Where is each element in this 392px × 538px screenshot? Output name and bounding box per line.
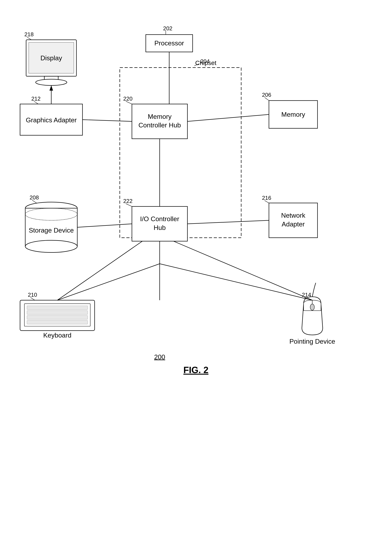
mch-ref-label: 220 bbox=[123, 95, 133, 102]
keyboard-ref-label: 210 bbox=[28, 292, 37, 298]
display-stand-base bbox=[36, 79, 67, 86]
graphics-label: Graphics Adapter bbox=[26, 116, 77, 124]
mch-to-mem-line bbox=[187, 114, 269, 121]
ioc-to-pointing-line bbox=[173, 241, 312, 300]
figure-number: FIG. 2 bbox=[183, 365, 208, 375]
memory-ref-label: 206 bbox=[262, 92, 271, 98]
system-ref: 200 bbox=[154, 353, 165, 361]
mch-label-line1: Memory bbox=[148, 113, 172, 120]
pointing-label: Pointing Device bbox=[289, 338, 335, 345]
storage-ref-label: 208 bbox=[30, 194, 39, 201]
network-label-line2: Adapter bbox=[282, 220, 305, 228]
ioc-ref-label: 222 bbox=[123, 198, 133, 204]
graphics-to-mch-line bbox=[83, 120, 132, 121]
ioc-to-net-line bbox=[187, 220, 269, 224]
ioc-label-line1: I/O Controller bbox=[140, 215, 179, 223]
keyboard-row2 bbox=[27, 310, 88, 314]
fan-left bbox=[57, 264, 159, 300]
memory-label: Memory bbox=[281, 111, 305, 118]
processor-ref-label: 202 bbox=[163, 25, 173, 32]
mouse-cable bbox=[312, 283, 316, 297]
display-ref-label: 218 bbox=[24, 31, 34, 38]
display-label: Display bbox=[40, 54, 62, 62]
keyboard-row1 bbox=[27, 306, 88, 310]
keyboard-row3 bbox=[27, 315, 88, 319]
processor-label: Processor bbox=[154, 39, 184, 47]
mch-label-line2: Controller Hub bbox=[139, 121, 181, 129]
mouse-wheel bbox=[310, 304, 314, 310]
keyboard-row4 bbox=[27, 320, 88, 324]
chipset-label: Chipset bbox=[195, 59, 216, 67]
network-ref-label: 216 bbox=[262, 195, 271, 201]
fan-right bbox=[160, 264, 312, 300]
storage-label: Storage Device bbox=[29, 227, 74, 234]
graphics-ref-label: 212 bbox=[31, 95, 41, 102]
network-label-line1: Network bbox=[281, 212, 305, 219]
storage-bottom bbox=[25, 240, 77, 252]
diagram-svg: 202 Processor 204 Chipset 220 Memory Con… bbox=[10, 10, 382, 517]
keyboard-label: Keyboard bbox=[43, 332, 71, 339]
ioc-label-line2: Hub bbox=[154, 224, 166, 231]
diagram-area: 202 Processor 204 Chipset 220 Memory Con… bbox=[10, 10, 382, 517]
storage-to-ioc-line bbox=[77, 224, 132, 227]
